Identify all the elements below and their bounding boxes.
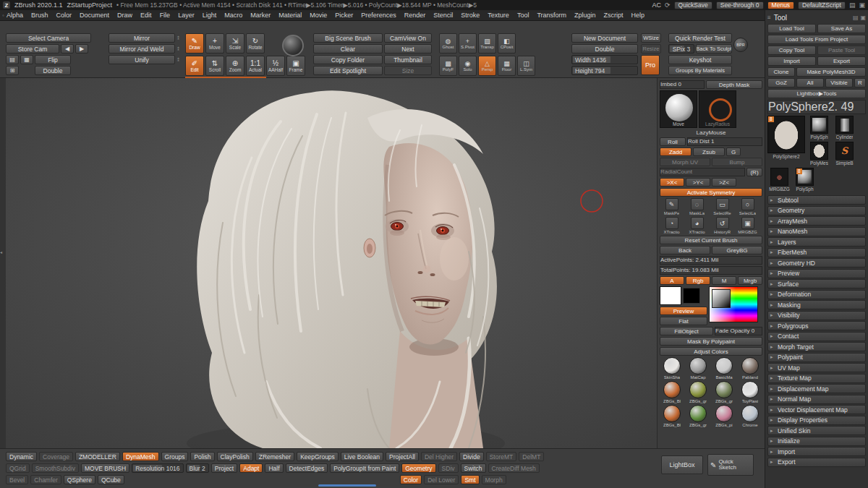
load-tool-button[interactable]: Load Tool (767, 24, 816, 33)
brush-shortcut[interactable]: ◕ XTractio (685, 217, 709, 234)
tool-item[interactable]: MRGBZG (767, 168, 791, 192)
see-through-slider[interactable]: See-through 0 (716, 1, 764, 9)
export-button[interactable]: Export (817, 56, 866, 66)
bottom-bar-button[interactable]: CreateDiff Mesh (488, 463, 540, 473)
bottom-bar-button[interactable]: Del Lower (424, 475, 459, 484)
menu-item[interactable]: Draw (114, 12, 136, 19)
bottom-bar-button[interactable]: SDiv (438, 463, 459, 473)
bottom-bar-button[interactable]: KeepGroups (297, 452, 339, 461)
gravity-button[interactable]: G (726, 147, 741, 156)
menu-item[interactable]: Zscript (600, 12, 627, 19)
tray-collapse-icon[interactable]: ◂ (0, 249, 2, 254)
menu-item[interactable]: Brush (27, 12, 52, 19)
menu-item[interactable]: Light (199, 12, 221, 19)
bottom-bar-button[interactable]: Dynamic (6, 452, 37, 461)
toggle-button[interactable]: + S.Pivot (459, 33, 477, 53)
menu-item[interactable]: Macro (221, 12, 246, 19)
mode-button[interactable]: ✎ Draw (185, 33, 204, 53)
bottom-bar-button[interactable]: ProjectAll (386, 452, 419, 461)
next-button[interactable]: Next (384, 44, 432, 53)
bottom-bar-button[interactable]: ZRemesher (255, 452, 294, 461)
import-button[interactable]: Import (767, 56, 816, 66)
resize-button[interactable]: Resize (641, 44, 661, 53)
paste-tool-button[interactable]: Paste Tool (817, 46, 866, 55)
menu-item[interactable]: Movie (306, 12, 331, 19)
view-mode-button[interactable]: ✐ Edit (185, 56, 204, 76)
bottom-bar-button[interactable]: Blur 2 (186, 463, 209, 473)
subpalette-header[interactable]: Display Properties (767, 416, 866, 425)
subpalette-header[interactable]: Unified Skin (767, 426, 866, 435)
fill-object-button[interactable]: FillObject (660, 327, 713, 335)
flip-button[interactable]: Flip (35, 55, 71, 64)
material-item[interactable]: Pabland (738, 357, 762, 380)
menu-item[interactable]: Layer (174, 12, 198, 19)
material-item[interactable]: ZBGs_gr (686, 405, 710, 427)
edit-spotlight-button[interactable]: Edit Spotlight (313, 66, 383, 75)
menu-item[interactable]: Document (76, 12, 113, 19)
wsize-button[interactable]: WSize (641, 33, 661, 43)
adjust-colors-button[interactable]: Adjust Colors (660, 347, 762, 356)
material-item[interactable]: Chrome (738, 405, 762, 427)
subpalette-header[interactable]: Texture Map (767, 374, 866, 383)
big-scene-brush-button[interactable]: Big Scene Brush (313, 33, 383, 43)
preview-button[interactable]: Preview (660, 307, 707, 315)
goz-all-button[interactable]: All (796, 78, 824, 87)
roll-dist-slider[interactable]: Roll Dist 1 (687, 137, 762, 146)
height-slider[interactable]: Height 794 (571, 66, 638, 75)
menu-item[interactable]: Stroke (457, 12, 483, 19)
bottom-bar-button[interactable]: Groups (161, 452, 189, 461)
menu-item[interactable]: Render (401, 12, 430, 19)
brush-shortcut[interactable]: ▣ MRGBZG (736, 217, 760, 234)
toggle-button[interactable]: ◍ Ghost (439, 33, 457, 53)
color-picker[interactable] (709, 286, 758, 322)
menu-item[interactable]: Stencil (430, 12, 456, 19)
subpalette-header[interactable]: Geometry (767, 206, 866, 215)
menu-item[interactable]: Tool (514, 12, 533, 19)
bottom-bar-button[interactable]: PolyGroupIt from Paint (330, 463, 399, 473)
material-thumbnail[interactable]: Move (660, 90, 697, 128)
subpalette-header[interactable]: Visibility (767, 311, 866, 320)
material-item[interactable]: BasicMa (712, 357, 736, 380)
tool-item[interactable]: Cylinder (833, 116, 856, 140)
toggle-button[interactable]: ◫ L.Sym (517, 56, 535, 76)
menu-item[interactable]: File (156, 12, 174, 19)
material-item[interactable]: ZBGs_gr (686, 381, 710, 403)
lazyradius-thumbnail[interactable]: LazyRadius (699, 90, 736, 128)
current-tool-name[interactable]: PolySphere2. 49 (767, 100, 866, 114)
tool-item[interactable]: SimpleB (833, 142, 856, 166)
default-zscript-button[interactable]: DefaultZScript (798, 1, 846, 9)
back-to-sculpt-button[interactable]: Back To Sculpt (696, 44, 732, 53)
menu-item[interactable]: Edit (137, 12, 156, 19)
secondary-color-swatch[interactable] (683, 288, 700, 304)
tool-item[interactable]: PolySph (807, 116, 831, 140)
material-item[interactable]: ZBGs_Bl (660, 405, 684, 427)
toggle-button[interactable]: ▩ PolyF (439, 56, 457, 76)
bottom-bar-button[interactable]: SmoothSubdiv (32, 463, 79, 473)
bump-button[interactable]: Bump (712, 158, 762, 166)
subpalette-header[interactable]: Preview (767, 269, 866, 278)
clear-button[interactable]: Clear (313, 44, 383, 53)
mode-button[interactable]: ⇲ Scale (226, 33, 244, 53)
palette-options-icon[interactable]: ▤ (853, 14, 859, 21)
bottom-bar-button[interactable]: Resolution 1016 (132, 463, 183, 473)
brush-shortcut[interactable]: ✎ MaskPe (660, 198, 684, 215)
subpalette-header[interactable]: NanoMesh (767, 227, 866, 236)
view-mode-button[interactable]: 1:1 Actual (246, 56, 265, 76)
activate-symmetry-button[interactable]: Activate Symmetry (660, 188, 762, 197)
grid-icon[interactable]: ⊞ (6, 66, 19, 75)
view-mode-button[interactable]: ⊕ Zoom (226, 56, 244, 76)
mode-button[interactable]: ↻ Rotate (246, 33, 265, 53)
subpalette-header[interactable]: Displacement Map (767, 384, 866, 393)
subpalette-header[interactable]: UV Map (767, 363, 866, 372)
menu-item[interactable]: Preferences (357, 12, 400, 19)
material-item[interactable]: ZBGs_Bl (660, 381, 684, 403)
color-picker-inner[interactable] (712, 289, 731, 308)
new-document-button[interactable]: New Document (571, 33, 638, 43)
subpalette-header[interactable]: Morph Target (767, 342, 866, 351)
left-tray-divider[interactable]: ◂ (0, 78, 6, 448)
bottom-bar-button[interactable]: Switch (461, 463, 486, 473)
subpalette-header[interactable]: Polypaint (767, 353, 866, 362)
bottom-bar-button[interactable]: Smt (461, 475, 479, 484)
material-item[interactable]: SkinSha (660, 357, 684, 380)
sculpt-viewport[interactable] (6, 78, 657, 448)
